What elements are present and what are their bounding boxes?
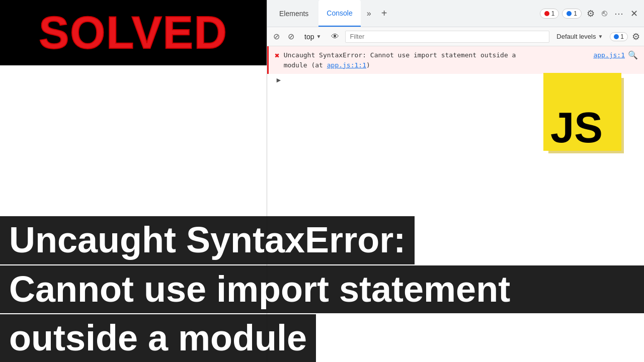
console-toolbar: ⊘ ⊘ top ▼ 👁 Default levels ▼ 1 ⚙ — [267, 27, 644, 46]
warning-badge[interactable]: 1 — [562, 9, 582, 19]
more-options-icon[interactable]: ⋯ — [612, 6, 625, 21]
expand-chevron-icon[interactable]: ► — [275, 76, 282, 84]
title-line2: Cannot use import statement — [0, 265, 644, 313]
file-link[interactable]: app.js:1 — [593, 51, 625, 59]
eye-icon[interactable]: 👁 — [329, 31, 341, 42]
error-actions: app.js:1 🔍 — [589, 50, 638, 60]
search-icon[interactable]: 🔍 — [628, 50, 638, 60]
devtools-actions: 1 1 ⚙ ⎋ ⋯ ✕ — [540, 6, 640, 21]
error-dot — [544, 11, 549, 16]
solved-banner: SOLVED — [0, 0, 267, 65]
js-logo: JS — [543, 73, 629, 158]
title-line3: outside a module — [0, 314, 316, 362]
tab-more-icon[interactable]: » — [363, 7, 375, 20]
svg-text:JS: JS — [550, 104, 603, 151]
error-source-link[interactable]: app.js:1:1 — [327, 61, 366, 69]
filter-input[interactable] — [345, 31, 549, 43]
error-circle-icon: ✖ — [275, 51, 280, 60]
settings-icon[interactable]: ⚙ — [585, 6, 597, 21]
title-lines: Uncaught SyntaxError: Cannot use import … — [0, 216, 644, 362]
console-settings-icon[interactable]: ⚙ — [632, 31, 640, 42]
tab-add-icon[interactable]: + — [377, 6, 391, 21]
error-message: Uncaught SyntaxError: Cannot use import … — [284, 50, 586, 70]
tab-console[interactable]: Console — [318, 0, 360, 27]
context-selector[interactable]: top ▼ — [300, 32, 325, 42]
devtools-tabbar: Elements Console » + 1 1 ⚙ ⎋ ⋯ ✕ — [267, 0, 644, 27]
info-badge[interactable]: 1 — [610, 32, 628, 41]
dock-icon[interactable]: ⎋ — [600, 6, 609, 21]
error-row: ✖ Uncaught SyntaxError: Cannot use impor… — [267, 46, 644, 74]
title-line3-wrap: outside a module — [0, 314, 644, 362]
chevron-down-icon: ▼ — [316, 34, 321, 39]
error-badge[interactable]: 1 — [540, 9, 559, 19]
solved-text: SOLVED — [39, 7, 227, 59]
clear-console-icon[interactable]: ⊘ — [271, 31, 282, 42]
tab-elements[interactable]: Elements — [271, 0, 316, 27]
title-line1: Uncaught SyntaxError: — [0, 216, 415, 264]
title-overlay: Uncaught SyntaxError: Cannot use import … — [0, 216, 644, 362]
title-line1-wrap: Uncaught SyntaxError: — [0, 216, 644, 265]
log-levels-button[interactable]: Default levels ▼ — [553, 32, 606, 41]
close-icon[interactable]: ✕ — [628, 6, 640, 21]
title-line2-wrap: Cannot use import statement — [0, 265, 644, 313]
info-dot — [614, 34, 619, 39]
warning-dot — [567, 11, 572, 16]
levels-chevron-icon: ▼ — [598, 34, 603, 39]
block-icon[interactable]: ⊘ — [286, 31, 296, 42]
